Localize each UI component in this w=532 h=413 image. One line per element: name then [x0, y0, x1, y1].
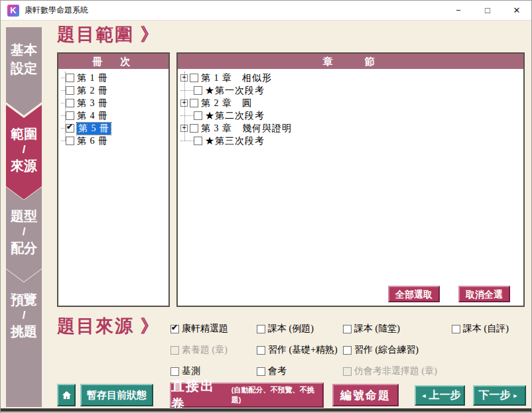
checkbox[interactable]: [257, 367, 265, 376]
checkbox[interactable]: [257, 346, 265, 355]
chapter-row-3[interactable]: + 第 3 章 幾何與證明: [178, 122, 523, 135]
source-row-2: 素養題 (章) 習作 (基礎+精熟) 習作 (綜合練習): [170, 339, 531, 361]
checkbox[interactable]: [452, 325, 460, 333]
volume-label[interactable]: 第 4 冊: [77, 110, 108, 122]
checkbox[interactable]: [66, 74, 74, 82]
next-step-label: 下一步: [479, 388, 511, 402]
deselect-all-button[interactable]: 取消全選: [458, 286, 510, 302]
previous-step-button[interactable]: ◄ 上一步: [415, 385, 465, 406]
source-option-capexam[interactable]: 會考: [257, 365, 343, 377]
select-all-button[interactable]: 全部選取: [388, 286, 440, 302]
exam-label[interactable]: ★第三次段考: [205, 135, 265, 147]
save-current-state-button[interactable]: 暫存目前狀態: [80, 384, 153, 406]
checkbox[interactable]: [343, 346, 352, 355]
volume-label[interactable]: 第 3 冊: [77, 97, 108, 109]
tab-label: 設定: [6, 59, 42, 78]
checkbox[interactable]: [66, 111, 74, 120]
home-button[interactable]: [57, 384, 76, 406]
checkbox[interactable]: [66, 137, 74, 145]
source-section-title: 題目來源 》: [57, 314, 160, 338]
option-label: 課本 (隨堂): [354, 323, 400, 335]
check-icon: ✔: [171, 324, 178, 332]
direct-generate-label: 直接出卷: [171, 377, 229, 413]
volume-row-5[interactable]: ✔ 第 5 冊: [58, 122, 168, 135]
chapter-label[interactable]: 第 2 章 圓: [201, 97, 252, 109]
checkbox[interactable]: [190, 99, 198, 107]
previous-step-label: 上一步: [429, 388, 460, 402]
checkbox[interactable]: [194, 111, 202, 120]
tab-label: 預覽: [6, 290, 42, 309]
tree-connector: [180, 115, 194, 116]
checkbox[interactable]: [66, 86, 74, 95]
app-window: K 康軒數學命題系統 − □ ✕ 基本 設定 範圍 / 來源 題型 / 配分 預…: [0, 0, 532, 413]
window-controls: − □ ✕: [444, 1, 531, 20]
next-step-button[interactable]: 下一步 ►: [473, 385, 526, 406]
checkbox[interactable]: [66, 99, 74, 107]
source-option-literacy: 素養題 (章): [170, 344, 257, 356]
tab-preview-pick[interactable]: 預覽 / 挑題: [6, 269, 42, 407]
chapter-panel-header: 章 節: [178, 54, 523, 69]
tree-connector: [180, 141, 194, 141]
tab-label: 配分: [6, 239, 42, 257]
minimize-button[interactable]: −: [444, 1, 473, 20]
chapter-label[interactable]: 第 1 章 相似形: [201, 72, 272, 84]
exam-row-1[interactable]: ★第一次段考: [178, 84, 523, 97]
volume-row-2[interactable]: 第 2 冊: [58, 84, 168, 97]
chapter-row-2[interactable]: + 第 2 章 圓: [178, 97, 523, 109]
checkbox-checked[interactable]: ✔: [66, 124, 74, 133]
maximize-button[interactable]: □: [473, 1, 502, 20]
volume-row-1[interactable]: 第 1 冊: [58, 72, 168, 84]
tab-label: 挑題: [6, 322, 42, 341]
tab-label: 基本: [6, 40, 42, 59]
volume-row-3[interactable]: 第 3 冊: [58, 97, 168, 109]
volume-label[interactable]: 第 6 冊: [77, 135, 108, 147]
source-option-textbook-self[interactable]: 課本 (自評): [452, 323, 531, 335]
tab-label: 題型: [6, 207, 42, 225]
tab-label: /: [6, 309, 42, 322]
checkbox[interactable]: [194, 137, 202, 145]
right-arrow-icon: ►: [513, 392, 519, 399]
volume-row-6[interactable]: 第 6 冊: [58, 135, 168, 147]
source-option-textbook-class[interactable]: 課本 (隨堂): [343, 323, 452, 335]
volume-row-4[interactable]: 第 4 冊: [58, 109, 168, 122]
source-option-bctest[interactable]: 基測: [170, 365, 257, 377]
source-option-mock-nonchoice: 仿會考非選擇題 (章): [343, 365, 452, 377]
checkbox[interactable]: [343, 325, 352, 333]
chapter-row-1[interactable]: + 第 1 章 相似形: [178, 72, 523, 84]
checkbox[interactable]: [170, 367, 179, 376]
checkbox[interactable]: [190, 74, 198, 82]
chapter-label[interactable]: 第 3 章 幾何與證明: [201, 123, 292, 135]
chapter-tree: + 第 1 章 相似形 ★第一次段考 + 第 2 章 圓 ★第二次段考 +: [178, 69, 523, 306]
check-icon: ✔: [66, 123, 73, 131]
option-label: 會考: [268, 365, 287, 377]
app-logo-icon: K: [7, 5, 19, 17]
source-option-textbook-example[interactable]: 課本 (例題): [257, 323, 343, 335]
source-option-workbook-综合[interactable]: 習作 (綜合練習): [343, 344, 452, 356]
source-option-kangxuan[interactable]: ✔ 康軒精選題: [170, 323, 257, 335]
volume-label-selected[interactable]: 第 5 冊: [77, 123, 111, 135]
exam-row-2[interactable]: ★第二次段考: [178, 109, 523, 122]
direct-generate-sublabel: (自動配分、不預覽、不挑題): [232, 385, 322, 405]
tab-question-type-score[interactable]: 題型 / 配分: [6, 187, 42, 282]
tab-basic-settings[interactable]: 基本 設定: [6, 27, 42, 115]
checkbox-checked[interactable]: ✔: [170, 325, 179, 333]
checkbox[interactable]: [190, 124, 198, 133]
option-label: 課本 (自評): [463, 323, 509, 335]
volume-panel-header: 冊 次: [58, 54, 168, 69]
close-button[interactable]: ✕: [502, 1, 531, 20]
option-label: 康軒精選題: [182, 323, 228, 335]
home-icon: [61, 390, 72, 400]
source-option-workbook-basic[interactable]: 習作 (基礎+精熟): [257, 344, 343, 356]
tree-connector: [180, 90, 194, 91]
direct-generate-button[interactable]: 直接出卷 (自動配分、不預覽、不挑題): [170, 383, 324, 408]
exam-row-3[interactable]: ★第三次段考: [178, 135, 523, 147]
checkbox[interactable]: [257, 325, 265, 333]
option-label-disabled: 仿會考非選擇題 (章): [354, 365, 437, 377]
exam-label[interactable]: ★第二次段考: [205, 110, 265, 122]
numbered-question-button[interactable]: 編號命題: [332, 384, 399, 406]
checkbox[interactable]: [194, 86, 202, 95]
tab-scope-source[interactable]: 範圍 / 來源: [6, 105, 42, 200]
volume-label[interactable]: 第 2 冊: [77, 85, 108, 97]
volume-label[interactable]: 第 1 冊: [77, 72, 108, 84]
exam-label[interactable]: ★第一次段考: [205, 85, 265, 97]
